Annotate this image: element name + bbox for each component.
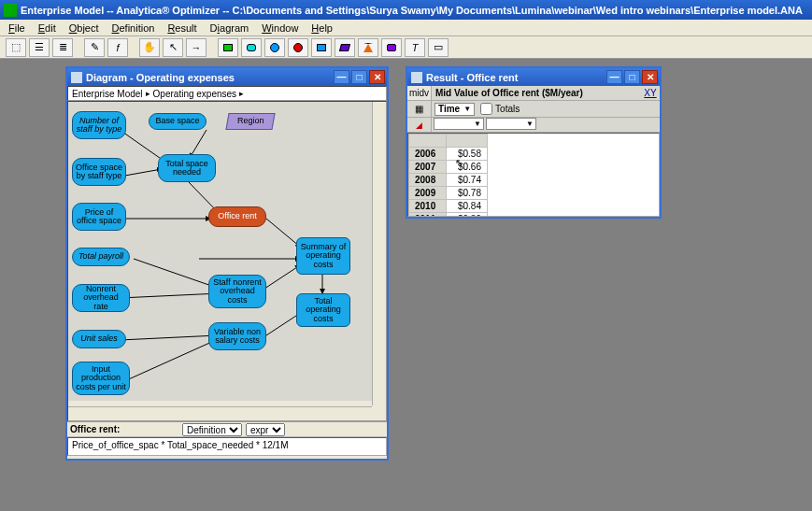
tool-arrow-icon[interactable]: → <box>186 38 207 57</box>
diagram-title: Diagram - Operating expenses <box>86 72 235 83</box>
node-constant-icon[interactable] <box>358 38 378 57</box>
diagram-window[interactable]: Diagram - Operating expenses — □ ✕ Enter… <box>65 66 389 461</box>
row-header-blank <box>409 135 447 148</box>
node-decision-icon[interactable] <box>218 38 238 57</box>
row-value[interactable]: $0.89 <box>447 213 488 218</box>
node-total-space-needed[interactable]: Total space needed <box>158 154 216 182</box>
node-total-operating-costs[interactable]: Total operating costs <box>296 293 350 327</box>
row-year[interactable]: 2009 <box>409 187 447 200</box>
node-region[interactable]: Region <box>225 113 275 130</box>
xy-button[interactable]: XY <box>641 86 660 100</box>
breadcrumb[interactable]: Enterprise Model ▸ Operating expenses ▸ <box>67 86 387 101</box>
node-index-icon[interactable] <box>335 38 355 57</box>
node-module-icon[interactable] <box>311 38 332 57</box>
tool-pointer-icon[interactable]: ↖ <box>163 38 183 57</box>
node-office-space-by-staff[interactable]: Office space by staff type <box>72 158 126 186</box>
attribute-panel: Office rent: Definition expr Price_of_of… <box>67 421 387 459</box>
node-nonrent-overhead-rate[interactable]: Nonrent overhead rate <box>72 284 130 312</box>
breadcrumb-root[interactable]: Enterprise Model <box>72 89 143 99</box>
table-view-icon[interactable]: ▦ <box>407 101 432 117</box>
node-function-icon[interactable] <box>381 38 402 57</box>
node-base-space[interactable]: Base space <box>149 113 207 130</box>
tool-list-icon[interactable]: ≣ <box>52 38 73 57</box>
row-year[interactable]: 2006 <box>409 148 447 161</box>
separator <box>209 38 215 57</box>
maximize-button[interactable]: □ <box>351 70 367 84</box>
totals-checkbox[interactable] <box>480 103 492 115</box>
attr-object-label: Office rent: <box>70 424 182 434</box>
col-dropdown-2[interactable]: ▼ <box>486 118 536 130</box>
node-variable-icon[interactable] <box>241 38 262 57</box>
row-year[interactable]: 2007 <box>409 161 447 174</box>
node-input-production-costs[interactable]: Input production costs per unit <box>72 362 130 395</box>
node-office-rent[interactable]: Office rent <box>208 206 266 227</box>
row-value[interactable]: $0.58 <box>447 148 488 161</box>
svg-line-7 <box>120 293 220 298</box>
tool-script-icon[interactable]: f <box>107 38 128 57</box>
col-dropdown[interactable]: ▼ <box>434 118 484 130</box>
svg-line-6 <box>134 259 220 289</box>
row-value[interactable]: $0.74 <box>447 174 488 187</box>
col-header-blank <box>447 135 488 148</box>
menu-help[interactable]: Help <box>305 21 339 35</box>
tool-outline-icon[interactable]: ☰ <box>29 38 50 57</box>
row-year[interactable]: 2011 <box>409 213 447 218</box>
row-year[interactable]: 2010 <box>409 200 447 213</box>
row-value[interactable]: $0.78 <box>447 187 488 200</box>
tool-hierarchy-icon[interactable]: ⬚ <box>6 38 26 57</box>
result-grid[interactable]: 2006$0.582007$0.662008$0.742009$0.782010… <box>407 133 660 217</box>
maximize-button[interactable]: □ <box>624 70 640 84</box>
minimize-button[interactable]: — <box>606 70 622 84</box>
scrollbar-horizontal[interactable] <box>68 406 372 420</box>
node-text-icon[interactable]: T <box>405 38 425 57</box>
pivot-dropdown[interactable]: Time▼ <box>434 103 475 116</box>
node-summary-operating-costs[interactable]: Summary of operating costs <box>296 237 350 275</box>
minimize-button[interactable]: — <box>334 70 349 84</box>
result-pivot-row: ▦ Time▼ Totals <box>407 101 660 118</box>
app-titlebar: Enterprise Model -- Analytica® Optimizer… <box>0 0 812 20</box>
row-value[interactable]: $0.84 <box>447 200 488 213</box>
node-chance-icon[interactable] <box>264 38 285 57</box>
attr-dropdown[interactable]: Definition <box>182 423 242 436</box>
result-window[interactable]: Result - Office rent — □ ✕ midv Mid Valu… <box>406 66 662 219</box>
tool-wand-icon[interactable]: ✎ <box>84 38 105 57</box>
attr-expr-dropdown[interactable]: expr <box>246 423 285 436</box>
node-number-of-staff[interactable]: Number of staff by type <box>72 111 126 139</box>
tool-hand-icon[interactable]: ✋ <box>139 38 160 57</box>
diagram-titlebar[interactable]: Diagram - Operating expenses — □ ✕ <box>67 68 387 86</box>
svg-line-5 <box>266 219 300 247</box>
totals-checkbox-label[interactable]: Totals <box>480 103 520 115</box>
menu-object[interactable]: Object <box>63 21 106 35</box>
menu-window[interactable]: Window <box>255 21 305 35</box>
result-table: 2006$0.582007$0.662008$0.742009$0.782010… <box>408 134 488 217</box>
chart-view-icon[interactable]: ◢ <box>407 118 432 132</box>
svg-line-8 <box>264 265 300 289</box>
midvalue-button[interactable]: midv <box>407 86 432 100</box>
menu-definition[interactable]: Definition <box>106 21 162 35</box>
menu-file[interactable]: File <box>2 21 32 35</box>
node-button-icon[interactable]: ▭ <box>428 38 449 57</box>
menu-result[interactable]: Result <box>161 21 203 35</box>
menu-edit[interactable]: Edit <box>32 21 63 35</box>
scrollbar-vertical[interactable] <box>372 102 386 405</box>
menu-diagram[interactable]: Diagram <box>204 21 256 35</box>
mdi-area: Diagram - Operating expenses — □ ✕ Enter… <box>0 59 812 511</box>
row-value[interactable]: $0.66 <box>447 161 488 174</box>
svg-line-9 <box>120 335 218 340</box>
node-staff-nonrent-overhead[interactable]: Staff nonrent overhead costs <box>208 275 266 308</box>
node-unit-sales[interactable]: Unit sales <box>72 330 126 348</box>
node-variable-non-salary[interactable]: Variable non salary costs <box>208 322 266 350</box>
diagram-canvas[interactable]: Number of staff by type Base space Regio… <box>68 102 373 401</box>
close-button[interactable]: ✕ <box>369 70 385 84</box>
node-objective-red-icon[interactable] <box>288 38 308 57</box>
close-button[interactable]: ✕ <box>642 70 658 84</box>
node-total-payroll[interactable]: Total payroll <box>72 248 130 266</box>
node-price-of-office-space[interactable]: Price of office space <box>72 203 126 231</box>
chevron-right-icon: ▸ <box>146 89 150 98</box>
result-titlebar[interactable]: Result - Office rent — □ ✕ <box>407 68 660 86</box>
row-year[interactable]: 2008 <box>409 174 447 187</box>
svg-line-10 <box>122 340 216 382</box>
breadcrumb-current[interactable]: Operating expenses <box>153 89 237 99</box>
chevron-right-icon: ▸ <box>239 89 244 98</box>
attr-expression[interactable]: Price_of_office_spac * Total_space_neede… <box>67 437 387 456</box>
